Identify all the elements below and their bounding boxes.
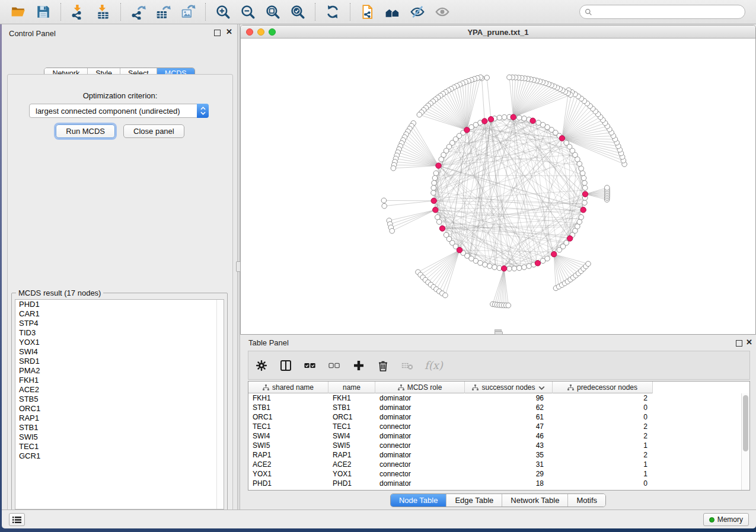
- export-image-icon[interactable]: [179, 3, 197, 21]
- table-cell[interactable]: 61: [465, 412, 553, 422]
- table-cell[interactable]: connector: [375, 469, 465, 479]
- show-all-icon[interactable]: [433, 3, 451, 21]
- table-cell[interactable]: TEC1: [248, 422, 328, 431]
- float-panel-icon[interactable]: [214, 30, 221, 36]
- mcds-result-item[interactable]: ACE2: [15, 385, 224, 395]
- network-node[interactable]: [564, 140, 569, 146]
- table-row[interactable]: ORC1ORC1dominator610: [248, 412, 741, 422]
- mcds-hub-node[interactable]: [457, 247, 462, 252]
- table-row[interactable]: STB1STB1dominator620: [248, 403, 741, 412]
- network-node[interactable]: [580, 171, 585, 176]
- network-node[interactable]: [435, 214, 441, 220]
- select-all-icon[interactable]: [303, 358, 317, 373]
- network-node[interactable]: [512, 266, 517, 271]
- network-node[interactable]: [433, 171, 439, 176]
- run-mcds-button[interactable]: Run MCDS: [56, 124, 115, 138]
- zoom-out-icon[interactable]: [239, 3, 257, 21]
- network-node[interactable]: [487, 264, 493, 269]
- network-node[interactable]: [516, 265, 522, 271]
- network-node[interactable]: [432, 181, 437, 186]
- table-row[interactable]: PHD1PHD1dominator180: [248, 479, 741, 488]
- table-cell[interactable]: YOX1: [248, 469, 328, 479]
- network-node[interactable]: [507, 266, 512, 271]
- table-cell[interactable]: 43: [465, 441, 553, 450]
- search-input[interactable]: [596, 8, 740, 16]
- mcds-result-item[interactable]: RAP1: [15, 414, 224, 423]
- mcds-result-item[interactable]: CAR1: [15, 309, 224, 319]
- column-header-successor-nodes[interactable]: successor nodes: [465, 382, 553, 393]
- table-row[interactable]: RAP1RAP1dominator352: [248, 450, 741, 460]
- mcds-result-item[interactable]: SWI4: [15, 347, 224, 357]
- network-node[interactable]: [577, 219, 582, 225]
- network-node[interactable]: [545, 256, 550, 261]
- network-node[interactable]: [516, 115, 522, 120]
- network-node[interactable]: [581, 175, 586, 181]
- table-cell[interactable]: SWI5: [248, 441, 328, 450]
- table-cell[interactable]: ACE2: [248, 460, 328, 469]
- network-node[interactable]: [478, 261, 483, 266]
- network-node[interactable]: [382, 203, 387, 209]
- table-cell[interactable]: 62: [465, 403, 553, 412]
- network-node[interactable]: [536, 120, 541, 126]
- mcds-hub-node[interactable]: [431, 198, 436, 203]
- network-node[interactable]: [431, 185, 436, 191]
- table-cell[interactable]: 2: [553, 393, 653, 403]
- table-cell[interactable]: 1: [553, 460, 653, 469]
- tab-edge-table[interactable]: Edge Table: [446, 494, 502, 507]
- mcds-hub-node[interactable]: [511, 114, 516, 120]
- mcds-hub-node[interactable]: [433, 207, 438, 213]
- table-scrollbar[interactable]: [741, 393, 749, 490]
- column-header-predecessor-nodes[interactable]: predecessor nodes: [553, 382, 653, 393]
- scrollbar-thumb[interactable]: [743, 395, 748, 451]
- save-session-icon[interactable]: [34, 3, 52, 21]
- table-cell[interactable]: SWI5: [328, 441, 375, 450]
- table-cell[interactable]: dominator: [375, 450, 465, 460]
- network-node[interactable]: [579, 166, 584, 171]
- mcds-hub-node[interactable]: [530, 118, 535, 123]
- table-cell[interactable]: 46: [465, 431, 553, 441]
- table-cell[interactable]: RAP1: [328, 450, 375, 460]
- export-network-icon[interactable]: [129, 3, 147, 21]
- table-cell[interactable]: ACE2: [328, 460, 375, 469]
- network-node[interactable]: [527, 264, 532, 269]
- table-cell[interactable]: dominator: [375, 403, 465, 412]
- column-header-name[interactable]: name: [328, 382, 375, 393]
- table-cell[interactable]: SWI4: [328, 431, 375, 441]
- mcds-hub-node[interactable]: [535, 261, 540, 266]
- network-node[interactable]: [483, 262, 488, 267]
- open-file-icon[interactable]: [9, 3, 27, 21]
- settings-gear-icon[interactable]: [254, 358, 269, 373]
- table-cell[interactable]: 2: [553, 450, 653, 460]
- zoom-in-icon[interactable]: [214, 3, 232, 21]
- mcds-result-item[interactable]: STB5: [15, 395, 224, 404]
- table-cell[interactable]: STB1: [328, 403, 375, 412]
- network-node[interactable]: [484, 75, 490, 81]
- table-cell[interactable]: FKH1: [248, 393, 328, 403]
- mcds-hub-node[interactable]: [580, 207, 586, 213]
- table-cell[interactable]: ORC1: [248, 412, 328, 422]
- tab-network-table[interactable]: Network Table: [502, 494, 568, 507]
- function-builder-icon[interactable]: f(x): [425, 359, 443, 371]
- table-cell[interactable]: 35: [465, 450, 553, 460]
- network-node[interactable]: [582, 200, 588, 206]
- mcds-hub-node[interactable]: [551, 251, 557, 257]
- network-node[interactable]: [492, 265, 497, 270]
- table-cell[interactable]: YOX1: [328, 469, 375, 479]
- network-node[interactable]: [381, 198, 387, 203]
- mcds-hub-node[interactable]: [559, 136, 564, 141]
- network-node[interactable]: [497, 115, 502, 120]
- export-table-icon[interactable]: [154, 3, 172, 21]
- table-cell[interactable]: TEC1: [328, 422, 375, 431]
- network-node[interactable]: [417, 112, 422, 117]
- mcds-hub-node[interactable]: [464, 127, 470, 133]
- column-header-MCDS-role[interactable]: MCDS role: [375, 382, 465, 393]
- table-cell[interactable]: 2: [553, 431, 653, 441]
- network-node[interactable]: [522, 265, 527, 270]
- table-cell[interactable]: 29: [465, 469, 553, 479]
- zoom-selected-icon[interactable]: [289, 3, 307, 21]
- mcds-result-item[interactable]: PMA2: [15, 366, 224, 376]
- network-node[interactable]: [502, 115, 507, 120]
- network-node[interactable]: [506, 303, 511, 308]
- mcds-result-item[interactable]: PHD1: [15, 300, 224, 309]
- network-node[interactable]: [439, 157, 444, 162]
